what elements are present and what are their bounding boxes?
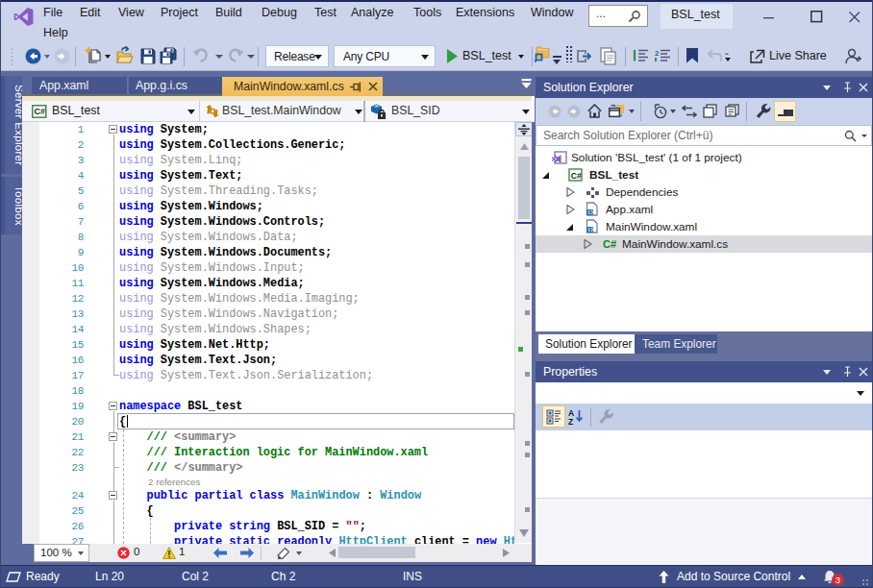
svg-text:Z: Z [568, 417, 573, 426]
svg-text:C#: C# [603, 238, 616, 250]
svg-text:C#: C# [571, 171, 582, 181]
svg-text:C#: C# [34, 107, 45, 116]
svg-text:2: 2 [655, 49, 660, 58]
